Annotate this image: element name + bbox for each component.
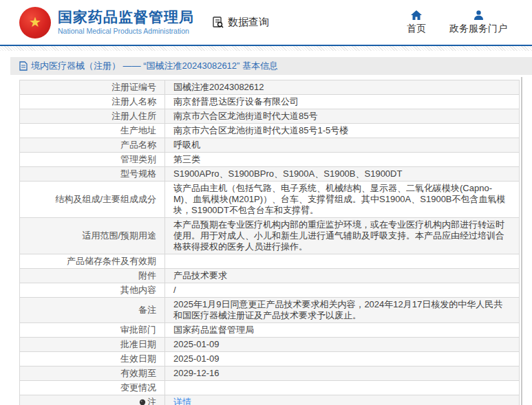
row-value: 产品技术要求 (164, 269, 519, 283)
row-label: 备注 (20, 298, 164, 322)
row-value: 南京市六合区龙池街道时代大道85号1-5号楼 (164, 124, 519, 138)
row-label: 批准日期 (20, 338, 164, 351)
table-row: 管理类别 第三类 (20, 153, 519, 167)
site-title: 国家药品监督管理局 (58, 9, 194, 25)
table-row: 生效日期 2025-01-09 (20, 352, 519, 366)
row-label: 生效日期 (20, 352, 164, 366)
row-label: 注册证编号 (20, 80, 164, 94)
row-value: 本产品预期在专业医疗机构内部的重症监护环境，或在专业医疗机构内部进行转运时使用。… (164, 218, 519, 254)
row-label-text: 注 (147, 397, 156, 405)
details-link[interactable]: 详情 (173, 397, 511, 405)
row-label: 结构及组成/主要组成成分 (20, 182, 164, 217)
row-value: 国械注准20243082612 (164, 80, 519, 94)
breadcrumb: 境内医疗器械（注册） —— “国械注准20243082612” 基本信息 (10, 57, 532, 75)
row-label: 注册人名称 (20, 95, 164, 109)
row-label: 变更情况 (20, 381, 164, 395)
row-label: 产品储存条件及有效期 (20, 254, 164, 268)
row-value (164, 254, 519, 268)
row-label: 产品名称 (20, 138, 164, 152)
row-value: 2029-12-16 (164, 366, 519, 380)
breadcrumb-text: 境内医疗器械（注册） —— “国械注准20243082612” 基本信息 (31, 60, 278, 72)
table-row: 其他内容 / (20, 283, 519, 298)
row-label: 其他内容 (20, 283, 164, 297)
nav-portal-label: 政务服务门户 (449, 23, 507, 35)
table-row: 有效期至 2029-12-16 (20, 366, 519, 381)
table-row: 备注 2025年1月9日同意更正产品技术要求相关内容，2024年12月17日核发… (20, 298, 519, 323)
row-value: 南京市六合区龙池街道时代大道85号 (164, 109, 519, 123)
row-value: 详情 (164, 395, 519, 405)
row-label: 注 (20, 395, 164, 405)
row-value: 南京舒普思达医疗设备有限公司 (164, 95, 519, 109)
table-row: 变更情况 (20, 381, 519, 395)
emblem-star-icon: ★ (29, 15, 41, 29)
table-row: 产品储存条件及有效期 (20, 254, 519, 269)
table-row: 批准日期 2025-01-09 (20, 338, 519, 352)
nav-data-query[interactable]: 数据查询 (212, 16, 269, 29)
header-nav-right: 首页 政务服务门户 (407, 10, 507, 35)
row-value: 该产品由主机（包括气路、电子系统、机械结构、显示器、二氧化碳模块(Capno-M… (164, 182, 519, 217)
table-row: 结构及组成/主要组成成分 该产品由主机（包括气路、电子系统、机械结构、显示器、二… (20, 182, 519, 218)
row-label: 生产地址 (20, 124, 164, 138)
nav-government-portal[interactable]: 政务服务门户 (449, 10, 507, 35)
row-value: 2025年1月9日同意更正产品技术要求相关内容，2024年12月17日核发的中华… (164, 298, 519, 322)
table-row: 注册证编号 国械注准20243082612 (20, 80, 519, 95)
table-row: 产品名称 呼吸机 (20, 138, 519, 153)
row-label: 审批部门 (20, 323, 164, 337)
table-row: 注册人住所 南京市六合区龙池街道时代大道85号 (20, 109, 519, 124)
table-row-note: 注 详情 (20, 395, 519, 405)
nav-data-query-label: 数据查询 (228, 16, 269, 29)
national-emblem-logo[interactable]: ★ (19, 7, 51, 39)
site-header: ★ 国家药品监督管理局 National Medical Products Ad… (0, 0, 532, 46)
document-search-icon (212, 16, 225, 29)
site-title-block[interactable]: 国家药品监督管理局 National Medical Products Admi… (58, 9, 194, 36)
nav-home[interactable]: 首页 (407, 10, 426, 35)
content-scrollbar[interactable] (521, 77, 522, 405)
table-row: 生产地址 南京市六合区龙池街道时代大道85号1-5号楼 (20, 124, 519, 138)
bulb-icon (139, 399, 146, 405)
row-label: 型号规格 (20, 167, 164, 181)
row-label: 有效期至 (20, 366, 164, 380)
row-label: 注册人住所 (20, 109, 164, 123)
site-subtitle: National Medical Products Administration (58, 27, 194, 36)
user-icon (474, 10, 484, 20)
row-value: 第三类 (164, 153, 519, 166)
row-value: 2025-01-09 (164, 338, 519, 351)
registration-info-table: 注册证编号 国械注准20243082612 注册人名称 南京舒普思达医疗设备有限… (19, 80, 520, 405)
home-icon (411, 10, 422, 20)
row-label: 管理类别 (20, 153, 164, 166)
table-row: 适用范围/预期用途 本产品预期在专业医疗机构内部的重症监护环境，或在专业医疗机构… (20, 218, 519, 254)
table-row: 型号规格 S1900APro、S1900BPro、S1900A、S1900B、S… (20, 167, 519, 182)
row-value: / (164, 283, 519, 297)
row-value: 国家药品监督管理局 (164, 323, 519, 337)
row-label: 附件 (20, 269, 164, 283)
row-value: 呼吸机 (164, 138, 519, 152)
page-icon (19, 61, 28, 71)
nav-home-label: 首页 (407, 23, 426, 35)
row-label: 适用范围/预期用途 (20, 218, 164, 254)
row-value: 2025-01-09 (164, 352, 519, 366)
table-row: 注册人名称 南京舒普思达医疗设备有限公司 (20, 95, 519, 109)
row-value: S1900APro、S1900BPro、S1900A、S1900B、S1900D… (164, 167, 519, 181)
table-row: 审批部门 国家药品监督管理局 (20, 323, 519, 338)
row-value (164, 381, 519, 395)
table-row: 附件 产品技术要求 (20, 269, 519, 283)
header-hatch-divider (0, 46, 532, 51)
